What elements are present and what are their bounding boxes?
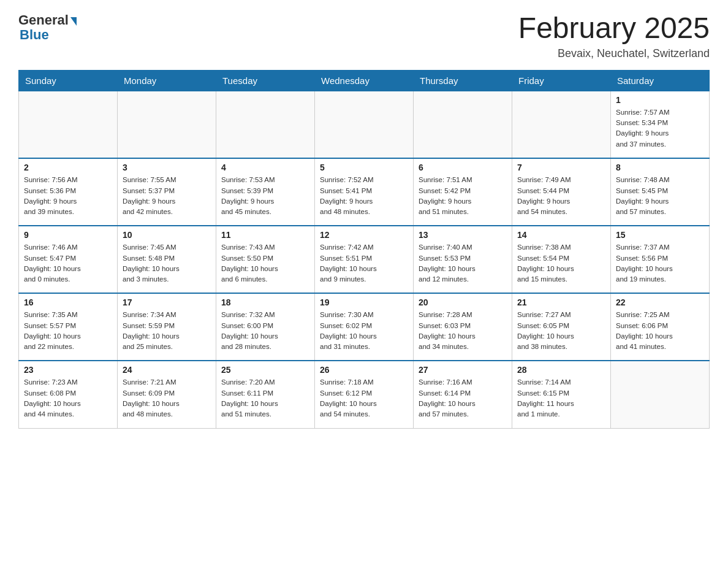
day-number: 23 (24, 365, 112, 375)
day-number: 15 (616, 230, 704, 240)
col-header-wednesday: Wednesday (315, 70, 414, 91)
day-number: 6 (419, 163, 507, 172)
calendar-cell: 24Sunrise: 7:21 AMSunset: 6:09 PMDayligh… (118, 361, 216, 428)
calendar-cell: 1Sunrise: 7:57 AMSunset: 5:34 PMDaylight… (611, 91, 710, 158)
calendar-cell: 3Sunrise: 7:55 AMSunset: 5:37 PMDaylight… (118, 158, 216, 226)
day-info: Sunrise: 7:23 AMSunset: 6:08 PMDaylight:… (24, 377, 112, 419)
logo-general-text: General (18, 12, 69, 28)
calendar-cell: 19Sunrise: 7:30 AMSunset: 6:02 PMDayligh… (315, 293, 414, 361)
calendar-cell (414, 91, 512, 158)
calendar-cell: 21Sunrise: 7:27 AMSunset: 6:05 PMDayligh… (512, 293, 611, 361)
day-number: 4 (221, 163, 309, 172)
calendar-cell: 10Sunrise: 7:45 AMSunset: 5:48 PMDayligh… (118, 226, 216, 293)
day-info: Sunrise: 7:14 AMSunset: 6:15 PMDaylight:… (517, 377, 605, 419)
day-number: 5 (320, 163, 408, 172)
col-header-monday: Monday (118, 70, 216, 91)
day-info: Sunrise: 7:35 AMSunset: 5:57 PMDaylight:… (24, 310, 112, 352)
calendar-cell: 28Sunrise: 7:14 AMSunset: 6:15 PMDayligh… (512, 361, 611, 428)
calendar-week-row: 9Sunrise: 7:46 AMSunset: 5:47 PMDaylight… (19, 226, 710, 293)
calendar-cell: 6Sunrise: 7:51 AMSunset: 5:42 PMDaylight… (414, 158, 512, 226)
day-number: 19 (320, 297, 408, 307)
calendar-cell: 18Sunrise: 7:32 AMSunset: 6:00 PMDayligh… (216, 293, 315, 361)
calendar-cell (216, 91, 315, 158)
day-info: Sunrise: 7:37 AMSunset: 5:56 PMDaylight:… (616, 242, 704, 285)
calendar-cell (611, 361, 710, 428)
calendar-cell: 5Sunrise: 7:52 AMSunset: 5:41 PMDaylight… (315, 158, 414, 226)
calendar-week-row: 2Sunrise: 7:56 AMSunset: 5:36 PMDaylight… (19, 158, 710, 226)
day-number: 1 (616, 95, 704, 105)
calendar-cell: 17Sunrise: 7:34 AMSunset: 5:59 PMDayligh… (118, 293, 216, 361)
day-info: Sunrise: 7:45 AMSunset: 5:48 PMDaylight:… (123, 242, 211, 285)
day-number: 11 (221, 230, 309, 240)
calendar-cell (19, 91, 118, 158)
day-info: Sunrise: 7:40 AMSunset: 5:53 PMDaylight:… (419, 242, 507, 285)
day-info: Sunrise: 7:53 AMSunset: 5:39 PMDaylight:… (221, 175, 309, 217)
day-number: 27 (419, 365, 507, 375)
logo-arrow-icon (70, 17, 77, 26)
day-info: Sunrise: 7:42 AMSunset: 5:51 PMDaylight:… (320, 242, 408, 285)
calendar-cell: 23Sunrise: 7:23 AMSunset: 6:08 PMDayligh… (19, 361, 118, 428)
day-info: Sunrise: 7:34 AMSunset: 5:59 PMDaylight:… (123, 310, 211, 352)
calendar-cell: 7Sunrise: 7:49 AMSunset: 5:44 PMDaylight… (512, 158, 611, 226)
day-number: 14 (517, 230, 605, 240)
day-info: Sunrise: 7:25 AMSunset: 6:06 PMDaylight:… (616, 310, 704, 352)
day-info: Sunrise: 7:18 AMSunset: 6:12 PMDaylight:… (320, 377, 408, 419)
day-number: 9 (24, 230, 112, 240)
calendar-cell: 13Sunrise: 7:40 AMSunset: 5:53 PMDayligh… (414, 226, 512, 293)
day-info: Sunrise: 7:49 AMSunset: 5:44 PMDaylight:… (517, 175, 605, 217)
day-number: 21 (517, 297, 605, 307)
page-header: General Blue February 2025 Bevaix, Neuch… (18, 12, 710, 60)
day-number: 13 (419, 230, 507, 240)
day-info: Sunrise: 7:48 AMSunset: 5:45 PMDaylight:… (616, 175, 704, 217)
day-number: 18 (221, 297, 309, 307)
day-number: 7 (517, 163, 605, 172)
day-number: 22 (616, 297, 704, 307)
calendar-cell (512, 91, 611, 158)
calendar-table: SundayMondayTuesdayWednesdayThursdayFrid… (18, 70, 710, 429)
day-info: Sunrise: 7:43 AMSunset: 5:50 PMDaylight:… (221, 242, 309, 285)
col-header-thursday: Thursday (414, 70, 512, 91)
calendar-cell: 9Sunrise: 7:46 AMSunset: 5:47 PMDaylight… (19, 226, 118, 293)
calendar-cell: 16Sunrise: 7:35 AMSunset: 5:57 PMDayligh… (19, 293, 118, 361)
day-number: 17 (123, 297, 211, 307)
calendar-cell (315, 91, 414, 158)
day-info: Sunrise: 7:32 AMSunset: 6:00 PMDaylight:… (221, 310, 309, 352)
col-header-saturday: Saturday (611, 70, 710, 91)
calendar-cell: 2Sunrise: 7:56 AMSunset: 5:36 PMDaylight… (19, 158, 118, 226)
calendar-cell: 14Sunrise: 7:38 AMSunset: 5:54 PMDayligh… (512, 226, 611, 293)
calendar-cell: 26Sunrise: 7:18 AMSunset: 6:12 PMDayligh… (315, 361, 414, 428)
day-info: Sunrise: 7:56 AMSunset: 5:36 PMDaylight:… (24, 175, 112, 217)
day-number: 25 (221, 365, 309, 375)
day-info: Sunrise: 7:52 AMSunset: 5:41 PMDaylight:… (320, 175, 408, 217)
calendar-week-row: 1Sunrise: 7:57 AMSunset: 5:34 PMDaylight… (19, 91, 710, 158)
day-info: Sunrise: 7:30 AMSunset: 6:02 PMDaylight:… (320, 310, 408, 352)
day-info: Sunrise: 7:27 AMSunset: 6:05 PMDaylight:… (517, 310, 605, 352)
col-header-sunday: Sunday (19, 70, 118, 91)
calendar-week-row: 16Sunrise: 7:35 AMSunset: 5:57 PMDayligh… (19, 293, 710, 361)
calendar-header-row: SundayMondayTuesdayWednesdayThursdayFrid… (19, 70, 710, 91)
calendar-cell: 20Sunrise: 7:28 AMSunset: 6:03 PMDayligh… (414, 293, 512, 361)
day-number: 24 (123, 365, 211, 375)
logo-blue-text: Blue (20, 27, 49, 43)
day-number: 12 (320, 230, 408, 240)
day-info: Sunrise: 7:38 AMSunset: 5:54 PMDaylight:… (517, 242, 605, 285)
day-info: Sunrise: 7:28 AMSunset: 6:03 PMDaylight:… (419, 310, 507, 352)
calendar-cell: 12Sunrise: 7:42 AMSunset: 5:51 PMDayligh… (315, 226, 414, 293)
day-info: Sunrise: 7:55 AMSunset: 5:37 PMDaylight:… (123, 175, 211, 217)
col-header-friday: Friday (512, 70, 611, 91)
day-number: 26 (320, 365, 408, 375)
col-header-tuesday: Tuesday (216, 70, 315, 91)
day-number: 3 (123, 163, 211, 172)
day-number: 20 (419, 297, 507, 307)
calendar-cell: 22Sunrise: 7:25 AMSunset: 6:06 PMDayligh… (611, 293, 710, 361)
calendar-cell: 11Sunrise: 7:43 AMSunset: 5:50 PMDayligh… (216, 226, 315, 293)
day-info: Sunrise: 7:46 AMSunset: 5:47 PMDaylight:… (24, 242, 112, 285)
calendar-cell: 15Sunrise: 7:37 AMSunset: 5:56 PMDayligh… (611, 226, 710, 293)
day-info: Sunrise: 7:16 AMSunset: 6:14 PMDaylight:… (419, 377, 507, 419)
calendar-cell: 27Sunrise: 7:16 AMSunset: 6:14 PMDayligh… (414, 361, 512, 428)
month-title: February 2025 (518, 12, 710, 45)
day-info: Sunrise: 7:21 AMSunset: 6:09 PMDaylight:… (123, 377, 211, 419)
day-info: Sunrise: 7:57 AMSunset: 5:34 PMDaylight:… (616, 107, 704, 150)
day-number: 28 (517, 365, 605, 375)
calendar-cell (118, 91, 216, 158)
